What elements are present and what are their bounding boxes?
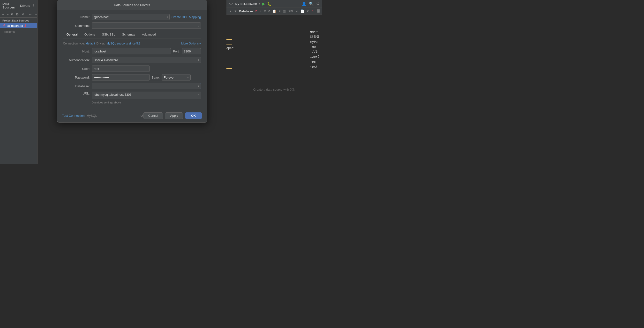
apply-button[interactable]: Apply bbox=[165, 112, 183, 119]
code-line-5: ;//3 bbox=[310, 49, 320, 54]
tab-advanced[interactable]: Advanced bbox=[138, 31, 160, 38]
db-filter-btn[interactable]: ▼ bbox=[306, 9, 310, 13]
oper-label: oper: bbox=[226, 46, 234, 50]
user-label: User: bbox=[63, 67, 90, 71]
datasource-item-localhost[interactable]: 🗄 @localhost 3 bbox=[0, 23, 37, 28]
remove-datasource-btn[interactable]: − bbox=[6, 12, 9, 17]
host-label: Host: bbox=[63, 49, 90, 53]
reset-icon[interactable]: ↺ bbox=[140, 114, 143, 118]
db-export-btn[interactable]: ↗ bbox=[278, 9, 281, 13]
code-line-7: rec bbox=[310, 59, 320, 64]
db-add-btn[interactable]: + bbox=[259, 9, 262, 13]
debug-button[interactable]: 🐛 bbox=[267, 2, 271, 6]
name-icon: ○ bbox=[166, 15, 168, 18]
tab-options[interactable]: Options bbox=[81, 31, 99, 38]
dialog-body: Name: ○ Create DDL Mapping Comment: ↗ bbox=[57, 10, 207, 110]
yellow-line-1 bbox=[226, 39, 232, 40]
db-side-icon[interactable]: 🗄 bbox=[317, 9, 320, 13]
auth-select[interactable]: User & Password No auth SSH Tunnel bbox=[92, 57, 201, 63]
dialog-backdrop: Data Sources and Drivers Name: ○ Create … bbox=[38, 0, 226, 164]
method-dropdown-icon[interactable]: ▾ bbox=[259, 2, 260, 5]
database-label: Database: bbox=[63, 84, 90, 88]
copy-datasource-btn[interactable]: ⧉ bbox=[10, 11, 14, 17]
save-select[interactable]: Forever For session Never bbox=[162, 74, 191, 80]
search-icon[interactable]: 🔍 bbox=[309, 1, 314, 6]
comment-expand-icon: ↗ bbox=[198, 25, 200, 28]
cancel-button[interactable]: Cancel bbox=[143, 112, 163, 119]
driver-value[interactable]: MySQL supports since 5.2 bbox=[106, 42, 140, 45]
db-icon: 🗄 bbox=[2, 24, 6, 27]
comment-input-wrapper: ↗ bbox=[92, 22, 201, 29]
tab-general[interactable]: General bbox=[63, 31, 81, 38]
tab-schemas[interactable]: Schemas bbox=[118, 31, 138, 38]
more-button[interactable]: ⋮ bbox=[273, 1, 277, 6]
db-properties-btn[interactable]: 📋 bbox=[272, 9, 277, 13]
url-label: URL: bbox=[63, 92, 90, 95]
db-nav-down-btn[interactable]: ▼ bbox=[234, 9, 238, 13]
right-toolbar: </> MyTest.testOne ▾ ▶ 🐛 ⋮ 👤 🔍 ⚙ bbox=[226, 0, 322, 8]
db-refresh-btn[interactable]: ↺ bbox=[267, 9, 271, 13]
left-panel: Data Sources Drivers ⋮ + − ⧉ ⚙ ↗ ← → Pro… bbox=[0, 0, 38, 164]
test-connection-btn[interactable]: Test Connection bbox=[62, 114, 85, 117]
conn-type-label: Connection type: bbox=[63, 42, 85, 45]
port-input[interactable] bbox=[182, 48, 201, 54]
db-ddl-btn[interactable]: DDL bbox=[287, 9, 294, 13]
user-row: User: bbox=[63, 65, 201, 72]
nav-back-btn[interactable]: ← bbox=[28, 12, 33, 17]
db-transfer-btn[interactable]: ⇄ bbox=[296, 9, 299, 13]
data-sources-tab[interactable]: Data Sources bbox=[2, 2, 18, 9]
settings-btn[interactable]: ⚙ bbox=[15, 12, 20, 17]
conn-type-value[interactable]: default bbox=[86, 42, 95, 45]
database-row: Database: bbox=[63, 83, 201, 89]
code-line-2: 络参数 bbox=[310, 34, 320, 39]
settings-icon[interactable]: ⚙ bbox=[316, 1, 320, 6]
url-textarea[interactable]: jdbc:mysql://localhost:3306 bbox=[92, 92, 201, 99]
export-btn[interactable]: ↗ bbox=[20, 12, 25, 17]
user-icon[interactable]: 👤 bbox=[302, 1, 306, 6]
left-header: Data Sources Drivers ⋮ bbox=[0, 0, 37, 11]
editor-area: ge<> 络参数 myPa .ge ;//3 ize() rec ieSi Cr… bbox=[226, 15, 322, 164]
code-line-1: ge<> bbox=[310, 29, 320, 34]
driver-label: Driver: bbox=[96, 42, 105, 45]
code-snippet: ge<> 络参数 myPa .ge ;//3 ize() rec ieSi bbox=[310, 29, 320, 69]
run-button[interactable]: ▶ bbox=[262, 1, 265, 6]
url-textarea-wrapper: jdbc:mysql://localhost:3306 ↗ bbox=[92, 92, 201, 100]
method-label: MyTest.testOne bbox=[235, 2, 257, 5]
ok-button[interactable]: OK bbox=[185, 112, 202, 119]
problems-label: Problems bbox=[2, 30, 15, 33]
panel-options-icon[interactable]: ⋮ bbox=[32, 4, 35, 7]
comment-row: Comment: ↗ bbox=[63, 22, 201, 29]
datasource-label: @localhost bbox=[7, 24, 23, 27]
connection-type-row: Connection type: default Driver: MySQL s… bbox=[63, 42, 201, 45]
yellow-line-2 bbox=[226, 44, 232, 44]
code-line-6: ize() bbox=[310, 54, 320, 59]
more-options-btn[interactable]: More Options ▾ bbox=[181, 42, 201, 45]
db-nav-up-btn[interactable]: ▲ bbox=[228, 9, 232, 13]
database-input[interactable] bbox=[92, 83, 201, 89]
host-port-row: Host: Port: bbox=[63, 48, 201, 54]
password-row: Password: Save: Forever For session Neve… bbox=[63, 74, 201, 80]
mysql-badge: MySQL bbox=[86, 114, 97, 117]
dialog-title: Data Sources and Drivers bbox=[57, 0, 207, 10]
auth-row: Authentication: User & Password No auth … bbox=[63, 57, 201, 63]
user-input[interactable] bbox=[92, 65, 150, 72]
name-input[interactable] bbox=[92, 14, 170, 20]
db-title: Database bbox=[239, 9, 253, 13]
db-copy-btn[interactable]: ⧉ bbox=[263, 9, 266, 13]
drivers-tab[interactable]: Drivers bbox=[20, 4, 30, 7]
db-doc-btn[interactable]: 📄 bbox=[300, 9, 305, 13]
code-icon: </> bbox=[229, 2, 233, 5]
right-panel: </> MyTest.testOne ▾ ▶ 🐛 ⋮ 👤 🔍 ⚙ ▲ ▼ Dat… bbox=[226, 0, 322, 164]
password-input[interactable] bbox=[92, 74, 150, 80]
code-line-8: ieSi bbox=[310, 64, 320, 70]
db-select-wrapper bbox=[92, 83, 201, 89]
add-datasource-btn[interactable]: + bbox=[2, 12, 5, 17]
tab-ssh-ssl[interactable]: SSH/SSL bbox=[99, 31, 119, 38]
url-row: URL: jdbc:mysql://localhost:3306 ↗ bbox=[63, 92, 201, 100]
comment-input[interactable] bbox=[92, 22, 201, 29]
db-table-btn[interactable]: ▦ bbox=[282, 9, 286, 13]
host-input[interactable] bbox=[92, 48, 171, 54]
comment-label: Comment: bbox=[63, 24, 90, 27]
ddl-link[interactable]: Create DDL Mapping bbox=[172, 15, 201, 19]
password-label: Password: bbox=[63, 76, 90, 79]
